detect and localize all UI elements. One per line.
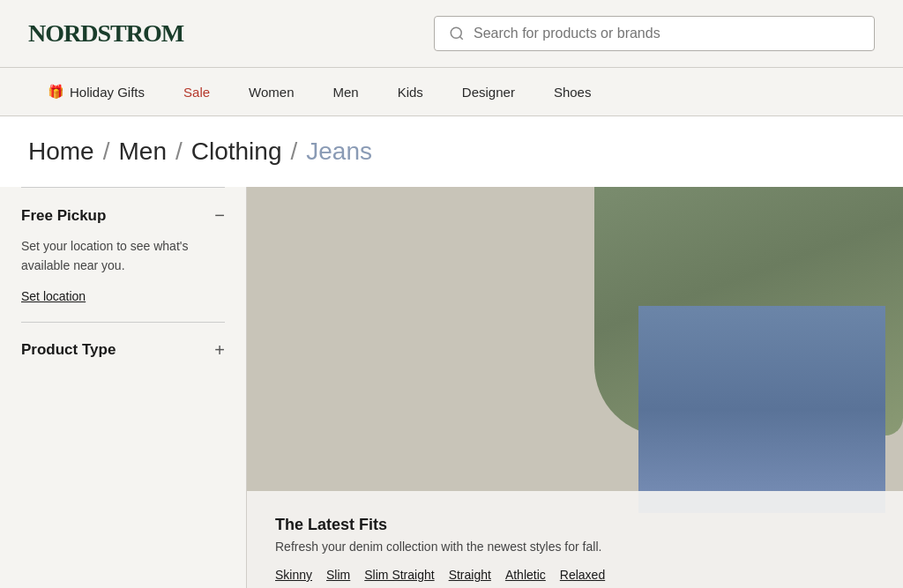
main-content: Free Pickup − Set your location to see w…	[0, 187, 903, 588]
search-bar[interactable]	[434, 16, 875, 51]
set-location-link[interactable]: Set location	[21, 289, 86, 303]
svg-line-1	[459, 36, 462, 39]
search-icon	[449, 26, 465, 41]
free-pickup-section: Free Pickup − Set your location to see w…	[0, 188, 246, 322]
logo[interactable]: NORDSTROM	[28, 19, 183, 48]
breadcrumb-men[interactable]: Men	[118, 138, 166, 166]
header: NORDSTROM	[0, 0, 903, 68]
breadcrumb-sep-3: /	[290, 138, 297, 166]
breadcrumb-sep-2: /	[175, 138, 183, 166]
breadcrumb-sep-1: /	[103, 138, 110, 166]
breadcrumb-home[interactable]: Home	[28, 138, 94, 166]
sidebar: Free Pickup − Set your location to see w…	[0, 187, 247, 588]
fit-link-athletic[interactable]: Athletic	[505, 566, 546, 584]
product-type-toggle[interactable]: +	[214, 340, 225, 361]
fit-link-relaxed[interactable]: Relaxed	[560, 566, 605, 584]
nav-item-holiday-gifts[interactable]: 🎁 Holiday Gifts	[28, 68, 164, 115]
product-type-header: Product Type +	[21, 340, 225, 361]
free-pickup-body: Set your location to see what's availabl…	[21, 236, 225, 276]
free-pickup-title: Free Pickup	[21, 207, 106, 225]
product-area: The Latest Fits Refresh your denim colle…	[247, 187, 903, 588]
fit-link-skinny[interactable]: Skinny	[275, 566, 312, 584]
nav-item-men[interactable]: Men	[313, 69, 377, 115]
fit-link-slim[interactable]: Slim	[326, 566, 350, 584]
promo-description: Refresh your denim collection with the n…	[275, 540, 875, 554]
fit-links-container: Skinny Slim Slim Straight Straight Athle…	[275, 566, 875, 584]
fit-link-slim-straight[interactable]: Slim Straight	[364, 566, 434, 584]
breadcrumb-jeans[interactable]: Jeans	[306, 138, 372, 166]
nav-item-women[interactable]: Women	[229, 69, 313, 115]
promo-title: The Latest Fits	[275, 516, 875, 534]
promo-banner: The Latest Fits Refresh your denim colle…	[247, 491, 903, 588]
breadcrumb-container: Home / Men / Clothing / Jeans	[0, 116, 903, 187]
nav-item-designer[interactable]: Designer	[443, 69, 534, 115]
product-type-section: Product Type +	[0, 323, 246, 389]
fit-link-straight[interactable]: Straight	[449, 566, 491, 584]
gift-icon: 🎁	[48, 84, 64, 100]
breadcrumb-clothing[interactable]: Clothing	[191, 138, 282, 166]
breadcrumb: Home / Men / Clothing / Jeans	[28, 138, 875, 166]
jeans-visual	[638, 306, 885, 513]
nav-item-shoes[interactable]: Shoes	[534, 69, 611, 115]
free-pickup-header: Free Pickup −	[21, 205, 225, 226]
product-type-title: Product Type	[21, 341, 116, 359]
free-pickup-toggle[interactable]: −	[214, 205, 225, 226]
main-nav: 🎁 Holiday Gifts Sale Women Men Kids Desi…	[0, 68, 903, 116]
nav-item-kids[interactable]: Kids	[378, 69, 443, 115]
nav-item-sale[interactable]: Sale	[164, 69, 229, 115]
search-input[interactable]	[474, 26, 860, 41]
svg-point-0	[451, 27, 461, 38]
